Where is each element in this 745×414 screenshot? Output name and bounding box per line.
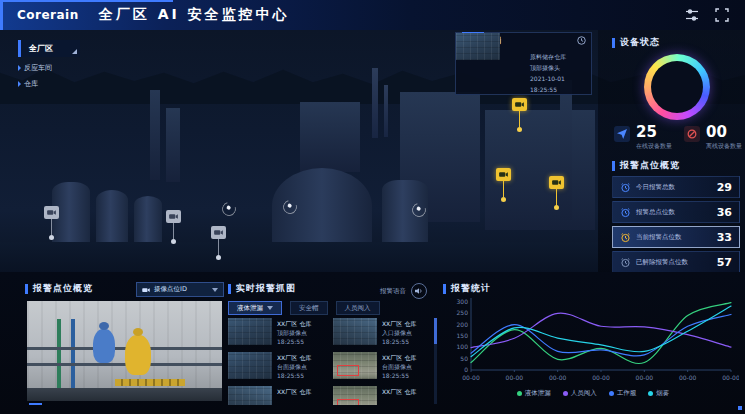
- alarm-row-resolved-points[interactable]: 已解除报警点位数 57: [612, 251, 740, 273]
- alarm-voice-control[interactable]: 报警语音: [380, 283, 427, 299]
- camera-marker-icon: [549, 176, 564, 189]
- chart-legend: 液体泄漏人员闯入工作服烟雾: [447, 389, 739, 398]
- snapshot-thumb: [333, 318, 377, 345]
- offline-device-icon: [684, 126, 700, 142]
- snapshot-item[interactable]: XX厂区 仓库 顶部摄像点 18:25:55: [228, 318, 328, 349]
- alarm-statistics-chart[interactable]: 05010015020025030000-0000-0000-0000-0000…: [447, 294, 739, 388]
- online-device-icon: [614, 126, 630, 142]
- svg-text:00-00: 00-00: [592, 374, 610, 381]
- camera-marker-icon: [166, 210, 181, 223]
- legend-item[interactable]: 烟雾: [648, 389, 669, 398]
- alarm-bell-icon: [620, 207, 631, 218]
- panel-corner-indicator[interactable]: [738, 406, 742, 410]
- sliders-icon[interactable]: [685, 8, 699, 22]
- svg-text:00-00: 00-00: [722, 374, 739, 381]
- alarm-point-photo[interactable]: [27, 301, 222, 401]
- snapshot-item[interactable]: XX厂区 仓库 入口摄像点 18:25:55: [333, 318, 433, 349]
- camera-marker-icon: [44, 206, 59, 219]
- snapshot-thumb: [333, 386, 377, 405]
- worker-figure: [93, 329, 115, 363]
- snapshot-thumb: [228, 352, 272, 379]
- svg-text:150: 150: [457, 332, 469, 339]
- camera-marker[interactable]: [211, 226, 226, 260]
- snapshots-panel-title: 实时报警抓图: [228, 282, 296, 295]
- legend-dot-icon: [609, 391, 614, 396]
- svg-text:300: 300: [457, 298, 469, 305]
- online-devices-stat: 25 在线设备数量: [614, 124, 672, 151]
- svg-text:00-00: 00-00: [506, 374, 524, 381]
- legend-dot-icon: [563, 391, 568, 396]
- alarm-row-today-total[interactable]: 今日报警总数 29: [612, 176, 740, 198]
- device-status-ring: [644, 54, 710, 120]
- legend-dot-icon: [517, 391, 522, 396]
- legend-item[interactable]: 液体泄漏: [517, 389, 551, 398]
- area-selector[interactable]: 全厂区: [18, 40, 80, 57]
- tab-liquid-leak[interactable]: 液体泄漏: [228, 301, 282, 315]
- snapshot-item[interactable]: XX厂区 仓库 台面摄像点 18:25:55: [228, 352, 328, 383]
- legend-dot-icon: [648, 391, 653, 396]
- alarm-overview-title: 报警点位概览: [612, 159, 680, 172]
- svg-text:50: 50: [460, 355, 468, 362]
- offline-count: 00: [706, 124, 742, 140]
- svg-text:0: 0: [464, 366, 468, 373]
- camera-marker-icon: [496, 168, 511, 181]
- header-bar: Corerain 全厂区 AI 安全监控中心: [0, 0, 745, 30]
- alarm-bell-icon: [620, 232, 631, 243]
- tab-safety-helmet[interactable]: 安全帽: [290, 301, 328, 315]
- alarm-row-total-points[interactable]: 报警总点位数 36: [612, 201, 740, 223]
- page-title: 全厂区 AI 安全监控中心: [99, 6, 290, 24]
- worker-figure: [125, 335, 151, 375]
- resize-corner-icon: [72, 49, 77, 54]
- svg-text:00-00: 00-00: [679, 374, 697, 381]
- camera-marker[interactable]: [166, 210, 181, 244]
- device-status-title: 设备状态: [612, 36, 660, 49]
- snapshot-item[interactable]: XX厂区 仓库: [228, 386, 328, 405]
- alarm-bell-icon: [620, 182, 631, 193]
- speaker-icon: [411, 283, 427, 299]
- snapshot-item[interactable]: XX厂区 仓库 台面摄像点 18:25:55: [333, 352, 433, 383]
- svg-text:00-00: 00-00: [549, 374, 567, 381]
- chevron-down-icon: [267, 306, 273, 310]
- svg-text:100: 100: [457, 343, 469, 350]
- svg-text:00-00: 00-00: [462, 374, 480, 381]
- camera-point-dropdown[interactable]: 摄像点位ID: [136, 282, 224, 297]
- alarm-row-current-points[interactable]: 当前报警点位数 33: [612, 226, 740, 248]
- photo-scroll-indicator[interactable]: [29, 403, 42, 405]
- svg-text:250: 250: [457, 309, 469, 316]
- clock-icon[interactable]: [577, 36, 586, 45]
- camera-alarm-marker[interactable]: [549, 176, 564, 210]
- legend-item[interactable]: 工作服: [609, 389, 637, 398]
- grid-scrollbar[interactable]: [434, 318, 437, 404]
- alarm-points-panel-title: 报警点位概览: [25, 282, 93, 295]
- camera-alarm-marker[interactable]: [512, 98, 527, 132]
- snapshot-thumb: [228, 386, 272, 405]
- sidebar-item-warehouse[interactable]: 仓库: [18, 79, 38, 89]
- camera-marker-icon: [512, 98, 527, 111]
- fullscreen-icon[interactable]: [715, 8, 729, 22]
- tab-intrusion[interactable]: 人员闯入: [336, 301, 380, 315]
- camera-marker-icon: [211, 226, 226, 239]
- popup-info: 原料储存仓库 顶部摄像头 2021-10-01 18:25:55: [530, 51, 591, 95]
- dashboard: Corerain 全厂区 AI 安全监控中心: [0, 0, 745, 414]
- svg-text:200: 200: [457, 321, 469, 328]
- online-count: 25: [636, 124, 672, 140]
- snapshot-thumb: [333, 352, 377, 379]
- offline-devices-stat: 00 离线设备数量: [684, 124, 742, 151]
- snapshot-tabs: 液体泄漏 安全帽 人员闯入: [228, 301, 380, 315]
- snapshot-grid: XX厂区 仓库 顶部摄像点 18:25:55 XX厂区 仓库 入口摄像点 18:…: [228, 318, 433, 405]
- area-selector-label: 全厂区: [29, 44, 53, 53]
- popup-snapshot[interactable]: [456, 33, 500, 60]
- alarm-popup[interactable]: 液体泄漏 原料储存仓库 顶部摄像头 2021-10-01 18:25:55: [455, 32, 592, 95]
- camera-icon: [142, 287, 150, 293]
- snapshot-item[interactable]: XX厂区 仓库: [333, 386, 433, 405]
- camera-marker[interactable]: [44, 206, 59, 240]
- logo: Corerain: [17, 8, 79, 22]
- alarm-bell-icon: [620, 257, 631, 268]
- camera-alarm-marker[interactable]: [496, 168, 511, 202]
- chevron-down-icon: [212, 288, 218, 292]
- legend-item[interactable]: 人员闯入: [563, 389, 597, 398]
- sidebar-item-reaction-workshop[interactable]: 反应车间: [18, 63, 52, 73]
- snapshot-thumb: [228, 318, 272, 345]
- svg-text:00-00: 00-00: [636, 374, 654, 381]
